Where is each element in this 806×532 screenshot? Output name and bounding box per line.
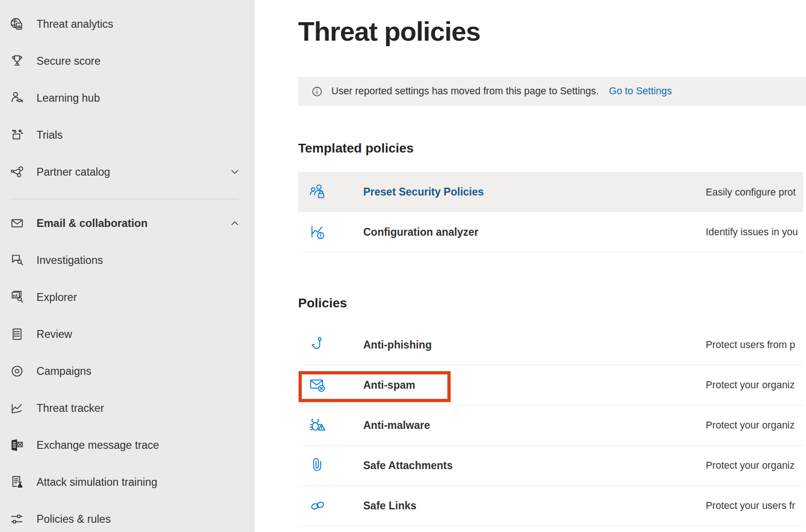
row-label[interactable]: Anti-phishing xyxy=(363,339,432,351)
sidebar-item-trials[interactable]: Trials xyxy=(0,116,255,153)
sidebar-item-attack-simulation-training[interactable]: Attack simulation training xyxy=(0,464,255,501)
row-anti-phishing[interactable]: Anti-phishing Protect users from p xyxy=(298,325,803,365)
mail-block-icon xyxy=(309,376,327,394)
row-icon-box xyxy=(298,456,363,475)
row-icon-box xyxy=(298,183,363,202)
main-content: Threat policies User reported settings h… xyxy=(255,0,806,532)
sidebar-item-email-collaboration[interactable]: Email & collaboration xyxy=(0,205,255,242)
row-anti-malware[interactable]: Anti-malware Protect your organiz xyxy=(298,405,803,446)
sidebar-item-secure-score[interactable]: Secure score xyxy=(0,43,255,79)
chevron-up-icon[interactable] xyxy=(229,217,241,229)
row-label[interactable]: Anti-malware xyxy=(363,419,430,432)
row-icon-box xyxy=(298,376,363,394)
row-label[interactable]: Safe Links xyxy=(363,500,416,512)
banner-message: User reported settings has moved from th… xyxy=(331,86,598,97)
sidebar-item-review[interactable]: Review xyxy=(0,316,255,353)
graduate-person-icon xyxy=(9,90,25,106)
people-lock-icon xyxy=(309,183,327,202)
templated-policies-list: Preset Security Policies Easily configur… xyxy=(298,172,803,252)
templated-policies-heading: Templated policies xyxy=(298,141,414,156)
row-description: Protect your organiz xyxy=(706,379,794,391)
sidebar-item-label: Partner catalog xyxy=(37,166,217,178)
sidebar-item-threat-tracker[interactable]: Threat tracker xyxy=(0,390,255,427)
exchange-logo-icon xyxy=(9,437,25,453)
sidebar-item-investigations[interactable]: Investigations xyxy=(0,242,255,279)
row-safe-links[interactable]: Safe Links Protect your users fr xyxy=(298,486,803,526)
row-icon-box xyxy=(298,416,363,434)
row-description: Protect users from p xyxy=(706,339,795,351)
sidebar-divider xyxy=(9,199,239,199)
bug-warning-icon xyxy=(309,416,327,434)
sidebar-item-label: Investigations xyxy=(37,254,241,267)
row-icon-box xyxy=(298,223,363,241)
sidebar-item-label: Email & collaboration xyxy=(37,217,217,230)
chevron-down-icon[interactable] xyxy=(229,166,241,178)
row-description: Identify issues in you xyxy=(706,226,798,238)
sidebar-item-label: Learning hub xyxy=(37,92,241,104)
go-to-settings-link[interactable]: Go to Settings xyxy=(609,86,672,97)
row-preset-security-policies[interactable]: Preset Security Policies Easily configur… xyxy=(298,172,803,212)
row-icon-box xyxy=(298,336,363,354)
list-document-icon xyxy=(9,326,25,342)
sidebar-item-label: Exchange message trace xyxy=(37,439,241,452)
row-description: Protect your organiz xyxy=(706,460,794,471)
sidebar-item-label: Secure score xyxy=(37,55,241,67)
info-icon xyxy=(310,85,324,98)
paperclip-icon xyxy=(309,456,327,475)
row-safe-attachments[interactable]: Safe Attachments Protect your organiz xyxy=(298,446,803,486)
sidebar-item-label: Trials xyxy=(37,129,241,141)
sidebar-item-label: Explorer xyxy=(37,291,241,304)
sidebar-item-label: Attack simulation training xyxy=(37,476,241,489)
network-nodes-icon xyxy=(9,164,25,180)
policies-list: Anti-phishing Protect users from p Anti-… xyxy=(298,325,803,526)
info-banner: User reported settings has moved from th… xyxy=(298,77,806,106)
bubble-search-icon xyxy=(9,252,25,268)
fish-hook-icon xyxy=(309,336,327,354)
row-icon-box xyxy=(298,496,363,515)
threat-analytics-icon xyxy=(9,16,25,32)
sidebar-item-learning-hub[interactable]: Learning hub xyxy=(0,79,255,116)
chart-alert-icon xyxy=(309,223,327,241)
row-label[interactable]: Configuration analyzer xyxy=(363,226,478,238)
sidebar-item-label: Threat analytics xyxy=(37,18,241,31)
sidebar: Threat analytics Secure score Learning h… xyxy=(0,0,255,532)
row-label[interactable]: Anti-spam xyxy=(363,379,415,391)
sidebar-item-partner-catalog[interactable]: Partner catalog xyxy=(0,153,255,190)
sidebar-item-label: Policies & rules xyxy=(37,513,241,526)
document-flask-icon xyxy=(9,474,25,490)
sidebar-item-explorer[interactable]: Explorer xyxy=(0,279,255,316)
target-icon xyxy=(9,363,25,379)
sidebar-item-campaigns[interactable]: Campaigns xyxy=(0,353,255,390)
mail-icon xyxy=(9,215,25,231)
sliders-icon xyxy=(9,511,25,527)
policies-heading: Policies xyxy=(298,296,347,311)
sidebar-item-threat-analytics[interactable]: Threat analytics xyxy=(0,6,255,43)
row-description: Easily configure prot xyxy=(706,186,796,198)
row-description: Protect your organiz xyxy=(706,420,794,431)
sidebar-item-label: Threat tracker xyxy=(37,402,241,415)
trials-gift-icon xyxy=(9,127,25,143)
sidebar-item-exchange-message-trace[interactable]: Exchange message trace xyxy=(0,427,255,464)
row-description: Protect your users fr xyxy=(706,500,795,512)
pages-search-icon xyxy=(9,289,25,305)
sidebar-item-label: Review xyxy=(37,328,241,341)
sidebar-item-label: Campaigns xyxy=(37,365,241,378)
sidebar-item-policies-rules[interactable]: Policies & rules xyxy=(0,501,255,532)
row-anti-spam[interactable]: Anti-spam Protect your organiz xyxy=(298,365,803,405)
chain-links-icon xyxy=(309,496,327,515)
row-label[interactable]: Safe Attachments xyxy=(363,459,452,472)
row-label[interactable]: Preset Security Policies xyxy=(363,186,484,198)
line-chart-icon xyxy=(9,400,25,416)
page-title: Threat policies xyxy=(298,16,480,47)
trophy-icon xyxy=(9,53,25,69)
row-configuration-analyzer[interactable]: Configuration analyzer Identify issues i… xyxy=(298,212,803,252)
